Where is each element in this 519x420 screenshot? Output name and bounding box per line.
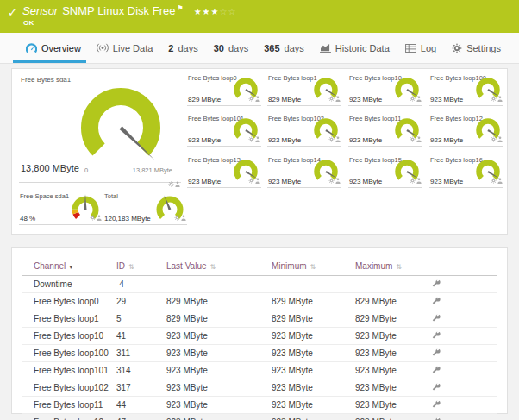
person-icon[interactable] <box>175 175 180 191</box>
person-icon[interactable] <box>97 209 102 224</box>
sort-icon[interactable]: ⇅ <box>128 263 134 271</box>
person-icon[interactable] <box>181 209 186 224</box>
person-icon[interactable] <box>416 172 422 187</box>
gear-icon[interactable] <box>410 172 416 187</box>
tab-historic-data[interactable]: Historic Data <box>320 33 390 63</box>
gauge-tile[interactable]: Free Bytes loop14 923 MByte <box>267 155 341 188</box>
gauge-tile-title: Free Bytes loop0 <box>188 74 237 82</box>
wrench-icon[interactable] <box>432 332 441 342</box>
gear-icon[interactable] <box>491 172 497 187</box>
gear-icon[interactable] <box>328 90 335 105</box>
channel-table-card: Channel▾ID⇅Last Value⇅Minimum⇅Maximum⇅ D… <box>11 247 508 414</box>
gauge-tile[interactable]: Free Bytes loop15 923 MByte <box>348 155 422 188</box>
tab-30-days[interactable]: 30 days <box>214 33 249 63</box>
person-icon[interactable] <box>255 172 260 187</box>
gear-icon[interactable] <box>90 209 96 224</box>
tile-icons <box>247 130 260 146</box>
person-icon[interactable] <box>416 90 422 105</box>
channel-table: Channel▾ID⇅Last Value⇅Minimum⇅Maximum⇅ D… <box>22 256 497 420</box>
person-icon[interactable] <box>335 130 341 146</box>
sort-icon[interactable]: ⇅ <box>210 263 216 271</box>
col-header-last-value[interactable]: Last Value⇅ <box>164 256 267 276</box>
star-filled-icon[interactable]: ★ <box>203 7 211 16</box>
channel-settings-cell <box>431 414 497 420</box>
tab-365-days[interactable]: 365 days <box>264 33 304 63</box>
gear-icon[interactable] <box>174 209 180 224</box>
gear-icon[interactable] <box>248 130 254 146</box>
person-icon[interactable] <box>416 130 422 146</box>
table-row: Free Bytes loop1247923 MByte923 MByte923… <box>22 414 497 420</box>
cell-max: 923 MByte <box>345 379 431 397</box>
gear-icon[interactable] <box>248 172 254 187</box>
gauge-tile[interactable]: Free Bytes loop1 829 MByte <box>267 73 341 106</box>
person-icon[interactable] <box>497 130 503 146</box>
gauge-tile[interactable]: Free Bytes loop100 923 MByte <box>429 73 503 106</box>
gauge-tile[interactable]: Total 120,183 MByte <box>103 191 187 225</box>
tab-log[interactable]: Log <box>405 33 436 63</box>
person-icon[interactable] <box>335 90 341 105</box>
gear-icon[interactable] <box>248 90 254 105</box>
gauge-tile[interactable]: Free Bytes loop16 923 MByte <box>429 155 503 188</box>
gear-icon <box>452 43 462 53</box>
cell-max <box>345 276 431 293</box>
wrench-icon[interactable] <box>432 349 441 359</box>
gauge-tile[interactable]: Free Bytes loop13 923 MByte <box>187 155 261 188</box>
person-icon[interactable] <box>497 172 503 187</box>
sort-icon[interactable]: ⇅ <box>310 263 316 271</box>
tab-2-days[interactable]: 2 days <box>168 33 197 63</box>
col-header-minimum[interactable]: Minimum⇅ <box>267 256 345 276</box>
gear-icon[interactable] <box>410 130 416 146</box>
star-filled-icon[interactable]: ★ <box>211 7 220 16</box>
wrench-icon[interactable] <box>432 401 441 411</box>
col-header-channel[interactable]: Channel▾ <box>22 256 115 276</box>
sort-icon[interactable]: ⇅ <box>396 263 402 271</box>
col-header-id[interactable]: ID⇅ <box>115 256 164 276</box>
gauge-tile[interactable]: Free Bytes loop101 923 MByte <box>187 114 261 147</box>
gear-icon[interactable] <box>410 90 416 105</box>
cell-id: 5 <box>115 310 164 328</box>
priority-stars[interactable]: ★★★☆☆ <box>194 7 237 16</box>
gauge-tile[interactable]: Free Space sda1 48 % <box>19 191 103 225</box>
gear-icon[interactable] <box>491 130 497 146</box>
tile-icons <box>89 209 102 224</box>
cell-id: -4 <box>115 276 164 293</box>
cell-id: 44 <box>115 397 164 414</box>
cell-min: 829 MByte <box>267 310 345 328</box>
gear-icon[interactable] <box>328 172 335 187</box>
gauge-tile[interactable]: Free Bytes loop11 923 MByte <box>348 114 422 147</box>
wrench-icon[interactable] <box>432 280 441 290</box>
person-icon[interactable] <box>255 90 260 105</box>
star-empty-icon[interactable]: ☆ <box>220 7 228 16</box>
person-icon[interactable] <box>335 172 341 187</box>
cell-last: 923 MByte <box>164 362 267 379</box>
cell-min: 923 MByte <box>267 345 345 362</box>
sensor-status-header: ✓ SensorSNMP Linux Disk Free⚑★★★☆☆ OK <box>0 0 519 33</box>
gauges-panel: Free Bytes sda1 13,800 MByte 0 13,821 MB… <box>11 68 508 235</box>
tab-live-data[interactable]: Live Data <box>97 33 153 63</box>
wrench-icon[interactable] <box>432 315 441 324</box>
sort-icon[interactable]: ▾ <box>69 263 72 271</box>
star-filled-icon[interactable]: ★ <box>194 7 203 16</box>
gauge-tile-title: Free Space sda1 <box>20 192 69 200</box>
gauge-tile[interactable]: Free Bytes loop102 923 MByte <box>267 114 341 147</box>
gear-icon[interactable] <box>168 175 174 191</box>
gauge-tile-value: 923 MByte <box>188 178 221 185</box>
col-header-maximum[interactable]: Maximum⇅ <box>345 256 431 276</box>
person-icon[interactable] <box>497 90 503 105</box>
tab-overview[interactable]: Overview <box>26 33 81 63</box>
gauge-tile[interactable]: Free Bytes loop0 829 MByte <box>187 73 261 106</box>
wrench-icon[interactable] <box>432 298 441 307</box>
gauge-tile[interactable]: Free Bytes loop10 923 MByte <box>348 73 422 106</box>
gauge-tile[interactable]: Free Bytes loop12 923 MByte <box>429 114 503 147</box>
tab-settings[interactable]: Settings <box>452 33 501 63</box>
star-empty-icon[interactable]: ☆ <box>228 7 237 16</box>
cell-min: 829 MByte <box>267 293 345 310</box>
main-gauge-scale-min: 0 <box>84 166 88 174</box>
gauge-tile-value: 923 MByte <box>349 96 382 103</box>
gear-icon[interactable] <box>328 130 335 146</box>
wrench-icon[interactable] <box>432 367 441 376</box>
person-icon[interactable] <box>255 130 260 146</box>
gear-icon[interactable] <box>491 90 497 105</box>
cell-min: 923 MByte <box>267 379 345 397</box>
wrench-icon[interactable] <box>432 384 441 393</box>
